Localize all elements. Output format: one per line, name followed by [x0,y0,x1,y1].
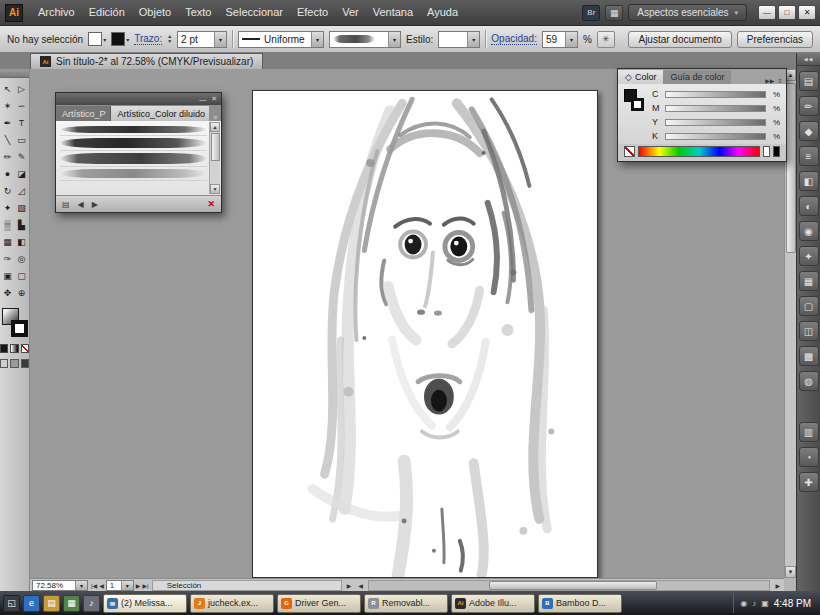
stroke-panel-link[interactable]: Trazo: [134,33,162,45]
free-transform-tool[interactable]: ▧ [15,199,29,216]
black-slider[interactable] [665,133,766,140]
panel-close-icon[interactable]: ✕ [211,95,217,103]
symbol-sprayer-tool[interactable]: ▒ [1,216,15,233]
taskbar-button-bamboo[interactable]: B Bamboo D... [538,594,622,613]
expand-dock-button[interactable]: ◀◀ [797,53,820,66]
scroll-up-icon[interactable]: ▲ [210,122,220,132]
restore-button[interactable]: □ [778,5,796,20]
brush-definition-select[interactable]: ▾ [329,31,401,48]
taskbar-button-driver-genius[interactable]: G Driver Gen... [277,594,361,613]
pathfinder-panel-icon[interactable]: ◍ [799,371,819,391]
horizontal-scrollbar[interactable] [368,580,771,591]
width-profile-select[interactable]: Uniforme ▾ [238,31,324,48]
artboards-panel-icon[interactable]: ▢ [799,296,819,316]
previous-artboard-icon[interactable]: ◀ [99,582,104,589]
stroke-width-stepper[interactable]: ▲ ▼ [167,34,172,44]
width-tool[interactable]: ✦ [1,199,15,216]
chevron-down-icon[interactable]: ▾ [311,32,323,47]
fullscreen-mode-button[interactable] [21,359,29,368]
gradient-button[interactable] [10,344,18,353]
zoom-select[interactable]: 72.58% ▾ [32,580,88,591]
menu-ver[interactable]: Ver [335,0,366,25]
fill-stroke-indicator[interactable] [1,307,29,341]
white-swatch[interactable] [763,146,770,157]
artboard[interactable] [252,90,598,578]
live-paint-tool[interactable]: ▣ [1,267,15,284]
brush-item[interactable] [60,136,207,151]
color-spectrum[interactable] [638,146,760,157]
blob-brush-tool[interactable]: ● [1,165,15,182]
magenta-slider[interactable] [665,105,766,112]
chevron-down-icon[interactable]: ▾ [121,581,133,590]
fit-document-button[interactable]: Ajustar documento [628,31,731,48]
brush-libraries-icon[interactable]: ▤ [62,200,70,209]
paintbrush-tool[interactable]: ✏ [1,148,15,165]
stroke-panel-icon[interactable]: ≡ [799,146,819,166]
media-player-icon[interactable]: ♪ [83,595,100,612]
rotate-tool[interactable]: ↻ [1,182,15,199]
next-library-icon[interactable]: ▶ [92,200,98,209]
selection-tool[interactable]: ↖ [1,80,15,97]
collapse-panel-icon[interactable]: ▶▶ [765,77,774,84]
scale-tool[interactable]: ◿ [15,182,29,199]
cyan-slider[interactable] [665,91,766,98]
chevron-down-icon[interactable]: ▾ [75,581,87,590]
document-tab[interactable]: Ai Sin título-2* al 72.58% (CMYK/Previsu… [30,53,263,69]
eraser-tool[interactable]: ◪ [15,165,29,182]
stepper-down-icon[interactable]: ▼ [167,39,172,44]
vertical-scroll-thumb[interactable] [786,83,796,253]
taskbar-button-removable[interactable]: R Removabl... [364,594,448,613]
align-panel-icon[interactable]: ▩ [799,346,819,366]
type-tool[interactable]: T [15,114,29,131]
gradient-tool[interactable]: ◧ [15,233,29,250]
graphic-styles-panel-icon[interactable]: ✦ [799,246,819,266]
brush-list-scrollbar[interactable]: ▲ ▼ [209,122,220,194]
safely-remove-icon[interactable]: ▣ [761,599,769,608]
navigator-panel-icon[interactable]: ▥ [799,422,819,442]
chevron-down-icon[interactable]: ▾ [214,32,226,47]
panel-menu-icon[interactable]: ≡ [209,114,221,121]
tab-guia-de-color[interactable]: Guía de color [663,70,731,84]
scroll-down-icon[interactable]: ▼ [210,184,220,194]
opacity-select[interactable]: 59 ▾ [542,31,578,48]
fill-stroke-proxy[interactable] [624,89,646,115]
artboard-tool[interactable]: ▢ [15,267,29,284]
none-swatch[interactable] [624,146,635,157]
next-artboard-icon[interactable]: ▶ [136,582,141,589]
eyedropper-tool[interactable]: ✑ [1,250,15,267]
panel-titlebar[interactable]: — ✕ [56,93,221,105]
fill-swatch[interactable] [88,32,102,46]
fullscreen-menu-mode-button[interactable] [10,359,18,368]
show-desktop-icon[interactable]: ▦ [63,595,80,612]
brush-item[interactable] [60,151,207,167]
taskbar-button-illustrator[interactable]: Ai Adobe Illu... [451,594,535,613]
menu-efecto[interactable]: Efecto [290,0,335,25]
transform-panel-icon[interactable]: ◫ [799,321,819,341]
menu-seleccionar[interactable]: Seleccionar [218,0,289,25]
minimize-button[interactable]: — [758,5,776,20]
last-artboard-icon[interactable]: ▶| [142,582,148,589]
start-menu-icon[interactable]: ◱ [3,595,20,612]
internet-explorer-icon[interactable]: e [23,595,40,612]
arrange-documents-icon[interactable]: ▦ [605,5,623,21]
actions-panel-icon[interactable]: ✚ [799,472,819,492]
menu-edicion[interactable]: Edición [82,0,132,25]
options-icon[interactable]: ✳ [597,31,615,48]
zoom-tool[interactable]: ⊕ [15,284,29,301]
scroll-right-icon[interactable]: ▶ [773,582,782,589]
stroke-color-picker[interactable]: ▾ [111,32,129,46]
workspace-switcher[interactable]: Aspectos esenciales ▾ [628,4,747,21]
line-segment-tool[interactable]: ╲ [1,131,15,148]
first-artboard-icon[interactable]: |◀ [91,582,97,589]
lasso-tool[interactable]: ∽ [15,97,29,114]
menu-objeto[interactable]: Objeto [132,0,178,25]
scroll-thumb[interactable] [211,133,220,161]
magic-wand-tool[interactable]: ✶ [1,97,15,114]
pen-tool[interactable]: ✒ [1,114,15,131]
swatches-panel-icon[interactable]: ▤ [799,71,819,91]
pencil-tool[interactable]: ✎ [15,148,29,165]
brushes-panel-icon[interactable]: ✏ [799,96,819,116]
taskbar-clock[interactable]: 4:48 PM [774,598,811,609]
taskbar-button-jucheck[interactable]: J jucheck.ex... [190,594,274,613]
status-display[interactable]: Selección [152,580,342,591]
